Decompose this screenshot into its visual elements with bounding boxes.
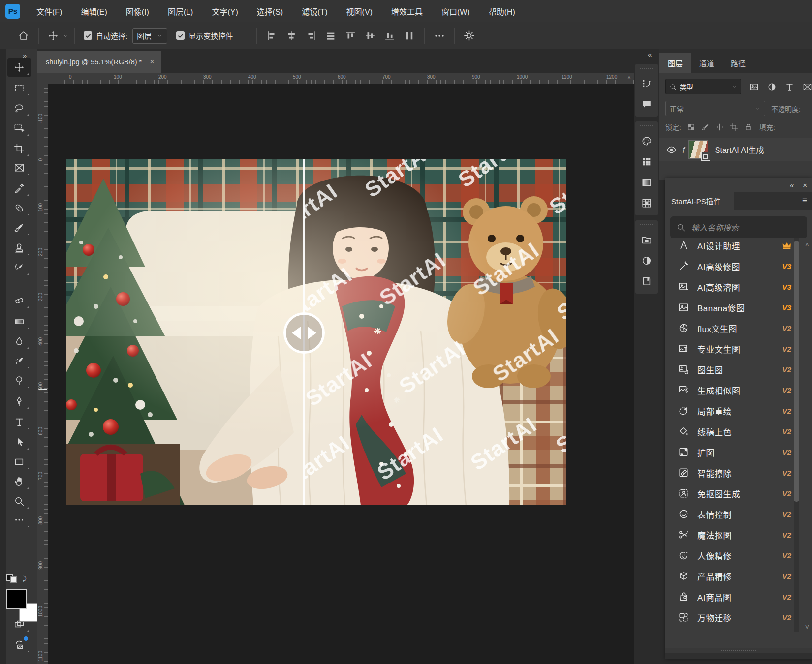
distribute-h-icon[interactable]: [325, 30, 336, 41]
layer-row[interactable]: ƒ StartAI AI生成: [659, 138, 812, 161]
plugin-tab[interactable]: StartAI-PS插件: [665, 192, 734, 210]
menu-item-5[interactable]: 文字(Y): [202, 0, 247, 22]
more-tools[interactable]: [7, 511, 31, 529]
plugin-item-banana-retouch[interactable]: Banana修图V3: [665, 297, 795, 318]
photo-canvas[interactable]: StartAIStartAIStartAIStartAIStartAIStart…: [66, 159, 566, 505]
plugin-item-flux-text-to-image[interactable]: flux文生图V2: [665, 318, 795, 338]
pasteboard[interactable]: StartAIStartAIStartAIStartAIStartAIStart…: [48, 84, 634, 664]
plugin-item-ai-product-image[interactable]: AI商品图V2: [665, 586, 795, 607]
menu-item-7[interactable]: 滤镜(T): [292, 0, 337, 22]
plugin-item-inpaint-redraw[interactable]: 局部重绘V2: [665, 400, 795, 421]
hand-tool[interactable]: [7, 472, 31, 491]
auto-select-dropdown[interactable]: 图层: [132, 28, 167, 44]
lock-paint-icon[interactable]: [701, 123, 710, 131]
shape-layer-filter-icon[interactable]: [803, 82, 812, 91]
object-selection-tool[interactable]: [7, 119, 31, 138]
frame-tool[interactable]: [7, 158, 31, 177]
scroll-down-icon[interactable]: ˅: [805, 623, 809, 631]
swatches-icon[interactable]: [635, 151, 658, 172]
move-icon[interactable]: [48, 30, 59, 41]
foreground-color-swatch[interactable]: [6, 589, 27, 609]
gradient-tool[interactable]: [7, 312, 31, 331]
home-icon[interactable]: [18, 30, 30, 42]
tab-图层[interactable]: 图层: [659, 53, 691, 73]
history-brush-tool[interactable]: [7, 258, 31, 277]
layer-filter-dropdown[interactable]: 类型: [665, 79, 741, 94]
clone-stamp-tool[interactable]: [7, 239, 31, 257]
panel-collapse-icon[interactable]: «: [790, 181, 794, 189]
menu-item-8[interactable]: 视图(V): [337, 0, 382, 22]
plugin-item-cutout-generate[interactable]: 免抠图生成V2: [665, 483, 795, 504]
shape-tool[interactable]: [7, 453, 31, 471]
panel-resize-grip[interactable]: [665, 648, 812, 653]
menu-item-4[interactable]: 图层(L): [158, 0, 203, 22]
eyedropper-tool[interactable]: [7, 179, 31, 198]
lock-move-icon[interactable]: [716, 123, 724, 131]
blend-mode-dropdown[interactable]: 正常: [665, 101, 765, 116]
libraries-icon[interactable]: [635, 230, 658, 250]
menu-item-11[interactable]: 帮助(H): [479, 0, 525, 22]
blur-tool[interactable]: [7, 332, 31, 351]
pixel-layer-filter-icon[interactable]: [750, 82, 759, 91]
eraser-tool[interactable]: [7, 291, 31, 310]
align-right-icon[interactable]: [306, 30, 316, 41]
auto-select-checkbox[interactable]: [84, 31, 92, 40]
align-bottom-icon[interactable]: [384, 30, 395, 41]
tab-路径[interactable]: 路径: [722, 53, 754, 73]
plugin-item-image-to-image[interactable]: 图生图V2: [665, 359, 795, 380]
lock-transparent-icon[interactable]: [687, 123, 695, 131]
lock-artboard-icon[interactable]: [730, 123, 738, 131]
align-center-h-icon[interactable]: [286, 30, 297, 41]
plugin-item-portrait-retouch[interactable]: 人像精修V2: [665, 545, 795, 566]
distribute-v-icon[interactable]: [404, 30, 415, 41]
gear-icon[interactable]: [464, 30, 475, 41]
menu-item-3[interactable]: 图像(I): [117, 0, 158, 22]
path-select-tool[interactable]: [7, 433, 31, 452]
brush-tool[interactable]: [7, 218, 31, 237]
smudge-tool[interactable]: [7, 352, 31, 370]
adjustments-icon[interactable]: [635, 250, 658, 271]
plugin-item-lineart-coloring[interactable]: 线稿上色V2: [665, 421, 795, 442]
adjustment-layer-filter-icon[interactable]: [767, 82, 777, 91]
close-icon[interactable]: ×: [150, 58, 154, 66]
ruler-origin[interactable]: [37, 73, 48, 84]
scrollbar-thumb[interactable]: [794, 241, 799, 502]
pattern-panel-icon[interactable]: [635, 193, 658, 213]
menu-item-1[interactable]: 文件(F): [27, 0, 71, 22]
zoom-tool[interactable]: [7, 492, 31, 511]
eye-icon[interactable]: [666, 145, 677, 155]
show-transform-checkbox[interactable]: [176, 31, 185, 40]
color-palette-icon[interactable]: [635, 131, 658, 151]
layer-thumbnail[interactable]: [688, 140, 708, 159]
plugin-item-ai-advanced-blend[interactable]: AI高级溶图V3: [665, 276, 795, 297]
dock-collapse-button[interactable]: «: [648, 50, 652, 59]
plugin-item-ai-advanced-retouch[interactable]: AI高级修图V3: [665, 256, 795, 276]
vertical-ruler[interactable]: -200-10001002003004005006007008009001000…: [37, 84, 48, 664]
scroll-up-icon[interactable]: ˄: [805, 241, 809, 249]
lock-all-icon[interactable]: [744, 123, 752, 131]
plugin-item-outpaint-expand[interactable]: 扩图V2: [665, 442, 795, 462]
move-tool[interactable]: [7, 58, 31, 77]
plugin-item-pro-text-to-image[interactable]: 专业文生图V2: [665, 338, 795, 359]
chevron-up-icon[interactable]: ˄: [627, 75, 631, 82]
align-left-icon[interactable]: [266, 30, 277, 41]
align-center-v-icon[interactable]: [365, 30, 375, 41]
panel-close-icon[interactable]: ×: [803, 181, 807, 189]
ellipsis-icon[interactable]: [434, 30, 445, 42]
menu-item-2[interactable]: 编辑(E): [71, 0, 116, 22]
comment-icon[interactable]: [635, 94, 658, 115]
align-top-icon[interactable]: [345, 30, 356, 41]
share-feedback[interactable]: [7, 635, 31, 654]
marquee-tool[interactable]: [7, 79, 31, 97]
plugin-scrollbar[interactable]: [794, 238, 799, 632]
plugin-item-smart-erase[interactable]: 智能擦除V2: [665, 462, 795, 483]
default-swap-colors[interactable]: ⤸: [6, 574, 26, 583]
panel-menu-icon[interactable]: ≡: [802, 196, 807, 206]
compare-handle[interactable]: [283, 312, 325, 354]
crop-tool[interactable]: [7, 139, 31, 158]
menu-item-9[interactable]: 增效工具: [382, 0, 432, 22]
tab-通道[interactable]: 通道: [691, 53, 722, 73]
glyphs-book-icon[interactable]: [635, 271, 658, 292]
dodge-tool[interactable]: [7, 371, 31, 390]
pen-tool[interactable]: [7, 392, 31, 411]
